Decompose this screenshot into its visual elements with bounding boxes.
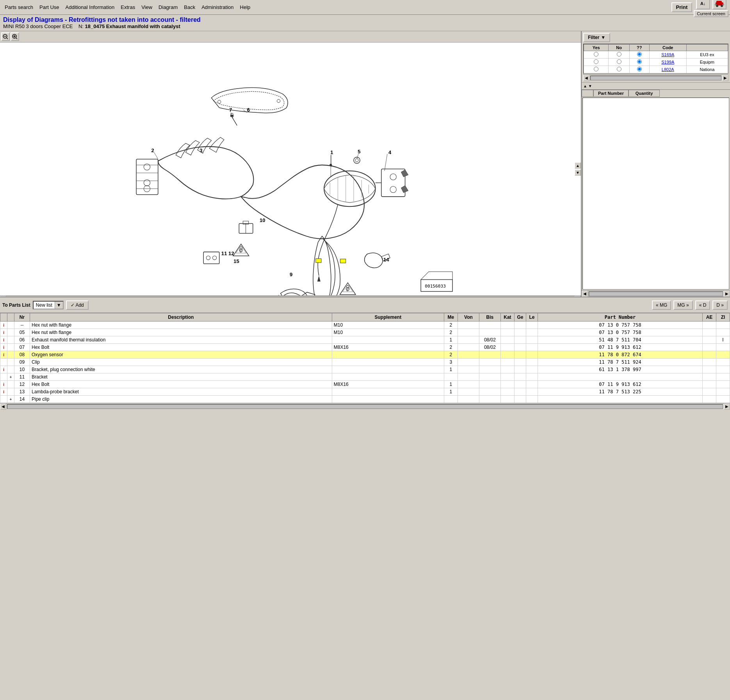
expand-icon-10[interactable]: + — [9, 397, 12, 402]
table-row[interactable]: i 07 Hex Bolt M8X16 2 08/02 07 11 9 913 … — [0, 344, 730, 351]
row-info-5[interactable] — [0, 359, 7, 366]
row-info-6[interactable]: i — [0, 366, 7, 373]
table-row[interactable]: 09 Clip 3 11 78 7 511 924 — [0, 359, 730, 366]
row-expand-4[interactable] — [7, 351, 14, 359]
connector-9[interactable] — [340, 259, 346, 263]
filter-hscroll-track[interactable] — [590, 76, 721, 80]
table-row[interactable]: + 14 Pipe clip — [0, 396, 730, 403]
row-expand-3[interactable] — [7, 344, 14, 351]
menu-administration[interactable]: Administration — [198, 3, 237, 12]
hscroll-left-arrow[interactable]: ◀ — [0, 296, 6, 297]
filter-maybe-radio-1[interactable] — [637, 59, 642, 64]
row-expand-8[interactable] — [7, 381, 14, 388]
row-info-2[interactable]: i — [0, 336, 7, 344]
scroll-down-arrow[interactable]: ▼ — [575, 169, 581, 176]
row-expand-5[interactable] — [7, 359, 14, 366]
menu-diagram[interactable]: Diagram — [155, 3, 181, 12]
nav-d-prev-button[interactable]: « D — [695, 300, 710, 310]
main-hscroll-track[interactable] — [7, 404, 723, 409]
menu-extras[interactable]: Extras — [118, 3, 138, 12]
row-expand-0[interactable] — [7, 322, 14, 329]
row-expand-9[interactable] — [7, 388, 14, 396]
row-expand-1[interactable] — [7, 329, 14, 336]
row-info-3[interactable]: i — [0, 344, 7, 351]
right-hscroll-track[interactable] — [589, 291, 723, 296]
table-row[interactable]: i -- Hex nut with flange M10 2 07 13 0 7… — [0, 322, 730, 329]
row-info-9[interactable]: i — [0, 388, 7, 396]
filter-yes-radio-0[interactable] — [594, 52, 598, 57]
hscroll-track[interactable] — [7, 297, 574, 297]
zoom-in-button[interactable] — [11, 32, 19, 41]
table-row[interactable]: i 10 Bracket, plug connection white 1 61… — [0, 366, 730, 373]
filter-yes-radio-1[interactable] — [594, 59, 598, 64]
table-row[interactable]: i 05 Hex nut with flange M10 2 07 13 0 7… — [0, 329, 730, 336]
filter-no-radio-1[interactable] — [617, 59, 621, 64]
info-icon-6[interactable]: i — [3, 367, 4, 372]
menu-help[interactable]: Help — [237, 3, 254, 12]
add-button[interactable]: ✓ Add — [66, 300, 89, 310]
row-expand-6[interactable] — [7, 366, 14, 373]
menu-view[interactable]: View — [138, 3, 155, 12]
filter-code-1[interactable]: S199A — [661, 60, 674, 64]
menu-additional-info[interactable]: Additional Information — [62, 3, 118, 12]
info-icon-0[interactable]: i — [3, 323, 4, 327]
filter-maybe-radio-0[interactable] — [637, 52, 642, 57]
collapse-arrow[interactable]: ▲ ▼ — [582, 84, 592, 88]
new-list-dropdown[interactable]: New list ▼ — [33, 301, 64, 309]
main-hscroll-left[interactable]: ◀ — [0, 403, 6, 410]
row-kat-3 — [500, 344, 514, 351]
info-icon-2[interactable]: i — [3, 338, 4, 342]
info-icon-3[interactable]: i — [3, 345, 4, 350]
menu-part-use[interactable]: Part Use — [36, 3, 62, 12]
row-info-4[interactable]: i — [0, 351, 7, 359]
filter-hscroll-right[interactable]: ▶ — [722, 75, 728, 81]
diagram-hscrollbar[interactable]: ◀ ▶ — [0, 295, 581, 297]
row-info-10[interactable] — [0, 396, 7, 403]
filter-code-2[interactable]: L802A — [662, 67, 674, 72]
row-info-7[interactable] — [0, 373, 7, 381]
current-screen-button[interactable]: Current screen — [694, 10, 728, 17]
row-info-1[interactable]: i — [0, 329, 7, 336]
toolbar-btn-1[interactable]: A↓ — [696, 0, 710, 9]
filter-col-no: No — [609, 44, 630, 51]
row-info-8[interactable]: i — [0, 381, 7, 388]
row-expand-7[interactable]: + — [7, 373, 14, 381]
table-row[interactable]: i 13 Lambda-probe bracket 1 11 78 7 513 … — [0, 388, 730, 396]
info-icon-9[interactable]: i — [3, 389, 4, 394]
info-icon-4[interactable]: i — [3, 352, 4, 357]
scroll-up-arrow[interactable]: ▲ — [575, 162, 581, 169]
row-expand-2[interactable] — [7, 336, 14, 344]
hscroll-right-arrow[interactable]: ▶ — [575, 296, 581, 297]
filter-hscrollbar[interactable]: ◀ ▶ — [583, 75, 728, 81]
table-row[interactable]: i 06 Exhaust manifold thermal insulation… — [0, 336, 730, 344]
filter-code-0[interactable]: S169A — [661, 52, 674, 57]
zoom-out-button[interactable] — [1, 32, 10, 41]
row-expand-10[interactable]: + — [7, 396, 14, 403]
filter-no-radio-2[interactable] — [617, 67, 621, 71]
info-icon-1[interactable]: i — [3, 330, 4, 335]
nav-mg-prev-button[interactable]: « MG — [652, 300, 671, 310]
table-row[interactable]: i 08 Oxygen sensor 2 11 78 0 872 674 — [0, 351, 730, 359]
main-hscrollbar[interactable]: ◀ ▶ — [0, 403, 730, 409]
nav-mg-next-button[interactable]: MG » — [673, 300, 693, 310]
expand-icon-7[interactable]: + — [9, 375, 12, 379]
menu-parts-search[interactable]: Parts search — [2, 3, 36, 12]
main-hscroll-right[interactable]: ▶ — [724, 403, 730, 410]
filter-button[interactable]: Filter ▼ — [583, 33, 610, 42]
print-button[interactable]: Print — [671, 2, 693, 12]
filter-hscroll-left[interactable]: ◀ — [583, 75, 589, 81]
filter-maybe-radio-2[interactable] — [637, 67, 642, 71]
toolbar-btn-2[interactable] — [712, 0, 726, 9]
right-panel-hscrollbar[interactable]: ◀ ▶ — [582, 290, 730, 297]
table-row[interactable]: i 12 Hex Bolt M8X16 1 07 11 9 913 612 — [0, 381, 730, 388]
info-icon-8[interactable]: i — [3, 382, 4, 387]
filter-yes-radio-2[interactable] — [594, 67, 598, 71]
nav-d-next-button[interactable]: D » — [712, 300, 728, 310]
right-hscroll-left[interactable]: ◀ — [582, 291, 588, 297]
menu-back[interactable]: Back — [181, 3, 198, 12]
new-list-arrow[interactable]: ▼ — [55, 302, 63, 309]
filter-no-radio-0[interactable] — [617, 52, 621, 57]
row-info-0[interactable]: i — [0, 322, 7, 329]
right-hscroll-right[interactable]: ▶ — [724, 291, 730, 297]
table-row[interactable]: + 11 Bracket — [0, 373, 730, 381]
